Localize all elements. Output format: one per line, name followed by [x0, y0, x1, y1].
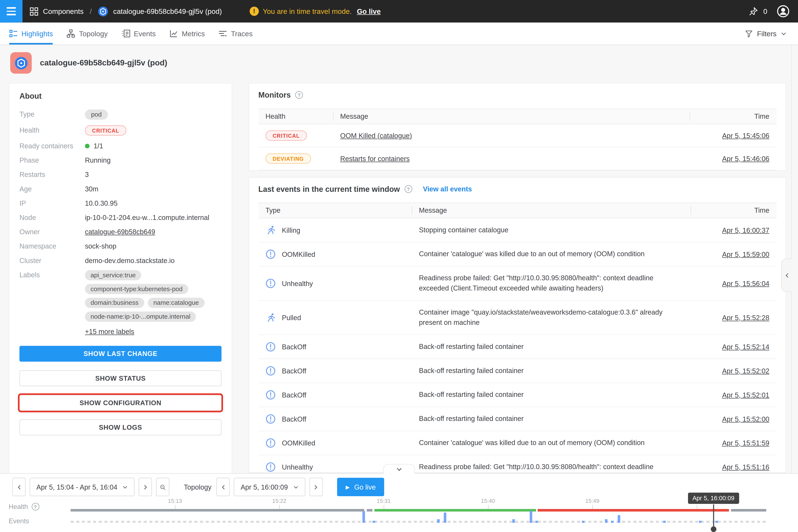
pod-entity-icon [10, 52, 32, 74]
more-labels-link[interactable]: +15 more labels [85, 328, 222, 336]
view-all-events-link[interactable]: View all events [423, 185, 472, 193]
tab-metrics[interactable]: Metrics [169, 23, 205, 44]
event-timeline-bar [716, 521, 718, 523]
expand-right-panel-handle[interactable] [781, 258, 792, 292]
go-live-button[interactable]: Go live [337, 478, 384, 496]
show-logs-button[interactable]: SHOW LOGS [19, 419, 222, 435]
field-value: ip-10-0-21-204.eu-w...1.compute.internal [85, 213, 209, 222]
timeline-track[interactable]: 15:1315:2215:3115:4015:49Apr 5, 16:00:09 [71, 498, 766, 532]
monitors-card: Monitors Health Message Time CRITICALOOM… [248, 83, 786, 171]
running-icon [266, 225, 276, 235]
event-message-cell: Container 'catalogue' was killed due to … [412, 431, 690, 455]
tab-bar: HighlightsTopologyEventsMetricsTraces Fi… [0, 23, 798, 45]
event-time-link[interactable]: Apr 5, 15:52:00 [722, 415, 770, 423]
monitors-rows: CRITICALOOM Killed (catalogue)Apr 5, 15:… [258, 124, 777, 170]
alert-icon [266, 278, 276, 289]
timeline-tick-mark [279, 505, 280, 509]
field-label: Type [19, 110, 85, 118]
event-time-link[interactable]: Apr 5, 15:52:14 [722, 343, 770, 350]
health-timeline-segment [375, 509, 536, 512]
show-configuration-button[interactable]: SHOW CONFIGURATION [19, 395, 222, 411]
health-timeline-segment [731, 509, 766, 512]
event-time-link[interactable]: Apr 5, 15:52:28 [722, 314, 770, 321]
event-row: BackOffBack-off restarting failed contai… [258, 383, 777, 407]
alert-icon [266, 390, 276, 400]
help-icon[interactable] [32, 503, 39, 511]
pins-button[interactable]: 0 [748, 6, 767, 16]
about-fields: TypepodHealthCRITICALReady containers1/1… [19, 110, 222, 336]
timeline-tick-label: 15:13 [168, 498, 182, 504]
collapse-timeline-handle[interactable] [383, 464, 415, 474]
event-timeline-bar [373, 521, 375, 523]
time-range-dropdown[interactable]: Apr 5, 15:04 - Apr 5, 16:04 [30, 478, 135, 496]
zoom-out-button[interactable] [156, 478, 169, 496]
next-time-range-button[interactable] [139, 478, 152, 496]
go-live-link[interactable]: Go live [357, 7, 381, 15]
help-icon[interactable] [296, 91, 303, 99]
topology-time-dropdown[interactable]: Apr 5, 16:00:09 [234, 478, 305, 496]
highlights-icon [9, 29, 18, 38]
event-timeline-bar [535, 521, 538, 523]
event-timeline-bar [699, 521, 701, 523]
tab-topology[interactable]: Topology [67, 23, 108, 44]
event-type-cell: BackOff [258, 383, 412, 407]
about-card: About TypepodHealthCRITICALReady contain… [9, 83, 232, 482]
about-row-phase: PhaseRunning [19, 156, 222, 164]
field-value: 30m [85, 184, 98, 193]
time-marker-handle[interactable] [710, 527, 716, 532]
app-window: Components / catalogue-69b58cb649-gjl5v … [0, 0, 798, 532]
event-time-link[interactable]: Apr 5, 15:59:00 [722, 250, 770, 258]
topology-prev-button[interactable] [216, 478, 230, 496]
event-type-label: OOMKilled [282, 250, 315, 258]
running-icon [266, 312, 276, 323]
event-time-link[interactable]: Apr 5, 15:52:01 [722, 391, 770, 399]
event-time-cell: Apr 5, 15:52:14 [690, 336, 777, 357]
event-row: BackOffBack-off restarting failed contai… [258, 407, 777, 431]
time-range-value: Apr 5, 15:04 - Apr 5, 16:04 [36, 483, 117, 491]
monitor-time-cell: Apr 5, 15:45:06 [689, 126, 777, 146]
tab-label: Metrics [182, 30, 205, 38]
tabs: HighlightsTopologyEventsMetricsTraces [9, 23, 266, 44]
about-row-labels: Labelsapi_service:truecomponent-type:kub… [19, 270, 222, 336]
monitor-time-link[interactable]: Apr 5, 15:45:06 [722, 132, 770, 139]
event-type-label: Unhealthy [282, 280, 313, 287]
tab-events[interactable]: Events [121, 23, 156, 44]
timeline-panel: Apr 5, 15:04 - Apr 5, 16:04 Topology Apr… [0, 473, 798, 532]
events-card: Last events in the current time window V… [248, 177, 786, 473]
alert-icon [266, 249, 276, 260]
event-timeline-bar [618, 515, 620, 523]
event-row: PulledContainer image "quay.io/stackstat… [258, 301, 777, 335]
breadcrumb-components[interactable]: Components [43, 7, 84, 15]
show-status-button[interactable]: SHOW STATUS [19, 370, 222, 386]
menu-button[interactable] [0, 0, 23, 23]
topology-next-button[interactable] [309, 478, 322, 496]
event-time-link[interactable]: Apr 5, 15:51:59 [722, 439, 770, 447]
event-time-link[interactable]: Apr 5, 16:00:37 [722, 226, 770, 234]
tab-highlights[interactable]: Highlights [9, 23, 53, 44]
show-last-change-button[interactable]: SHOW LAST CHANGE [19, 346, 222, 361]
monitor-link[interactable]: OOM Killed (catalogue) [340, 132, 412, 139]
event-time-link[interactable]: Apr 5, 15:51:16 [722, 463, 770, 471]
tab-traces[interactable]: Traces [219, 23, 252, 44]
monitor-link[interactable]: Restarts for containers [340, 155, 410, 163]
label-pill: domain:business [85, 298, 144, 308]
events-header: Last events in the current time window V… [258, 185, 777, 193]
owner-link[interactable]: catalogue-69b58cb649 [85, 227, 155, 236]
event-time-link[interactable]: Apr 5, 15:52:02 [722, 367, 770, 375]
event-type-cell: BackOff [258, 359, 412, 383]
alert-icon [266, 462, 276, 472]
label-pill: node-name:ip-10-...ompute.internal [85, 311, 196, 322]
user-avatar[interactable] [777, 5, 790, 18]
event-row: UnhealthyReadiness probe failed: Get "ht… [258, 266, 777, 301]
monitor-time-link[interactable]: Apr 5, 15:46:06 [722, 155, 770, 163]
event-time-link[interactable]: Apr 5, 15:56:04 [722, 280, 770, 287]
field-value: 1/1 [94, 142, 103, 150]
about-row-namespace: Namespacesock-shop [19, 242, 222, 250]
help-icon[interactable] [404, 185, 412, 193]
prev-time-range-button[interactable] [12, 478, 25, 496]
column-header-time: Time [689, 109, 777, 124]
event-type-cell: OOMKilled [258, 243, 412, 266]
alert-icon [266, 438, 276, 448]
filters-button[interactable]: Filters [734, 23, 798, 44]
time-travel-warning-text: You are in time travel mode. [263, 7, 352, 15]
